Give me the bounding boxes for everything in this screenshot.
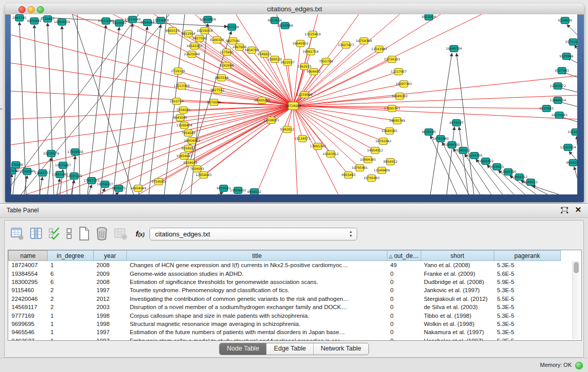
graph-node[interactable]: 9146821 bbox=[257, 51, 272, 58]
cell-title[interactable]: Structural magnetic resonance image aver… bbox=[127, 320, 387, 328]
graph-node[interactable]: 8954032 bbox=[247, 189, 262, 195]
node-table-grid[interactable]: namein_degreeyeartitle△out_de…shortpager… bbox=[8, 250, 561, 341]
graph-node[interactable]: 9329966 bbox=[559, 53, 574, 60]
cell-indeg[interactable]: 1 bbox=[48, 328, 94, 336]
cell-pagerank[interactable]: 5.3E-5 bbox=[494, 328, 560, 336]
cell-pagerank[interactable]: 5.3E-5 bbox=[494, 320, 560, 328]
graph-node[interactable]: 14895749 bbox=[389, 118, 405, 124]
graph-node[interactable]: 12217937 bbox=[390, 69, 407, 75]
graph-node[interactable]: 8215953 bbox=[539, 105, 554, 112]
column-header-short[interactable]: short bbox=[421, 251, 494, 261]
graph-node[interactable]: 11451947 bbox=[52, 171, 68, 178]
graph-node[interactable]: 9154039 bbox=[558, 17, 572, 24]
graph-node[interactable]: 1362615 bbox=[297, 63, 312, 70]
graph-edge-red[interactable] bbox=[11, 35, 293, 106]
graph-node[interactable]: 8660123 bbox=[165, 28, 180, 34]
graph-node[interactable]: 18300295 bbox=[254, 97, 270, 104]
graph-node[interactable]: 12103554 bbox=[560, 144, 576, 151]
graph-edge-black[interactable] bbox=[116, 192, 119, 194]
cell-year[interactable]: 2008 bbox=[94, 278, 127, 286]
graph-node[interactable]: 8427552 bbox=[210, 87, 225, 94]
cell-title[interactable]: Corpus callosum shape and size in male p… bbox=[127, 311, 387, 319]
table-row[interactable]: 2242004622012Investigating the contribut… bbox=[9, 295, 561, 303]
cell-name[interactable]: 19384554 bbox=[9, 269, 48, 277]
graph-node[interactable]: 10210653 bbox=[568, 129, 577, 136]
graph-edge-black[interactable] bbox=[57, 179, 60, 194]
graph-node[interactable]: 8813054 bbox=[268, 17, 282, 24]
cell-short[interactable]: Hescheler et al. (1997) bbox=[421, 337, 494, 341]
cell-pagerank[interactable]: 5.6E-5 bbox=[494, 269, 560, 277]
tab-network-table[interactable]: Network Table bbox=[314, 343, 368, 355]
graph-node[interactable]: 11543947 bbox=[371, 46, 387, 53]
cell-pagerank[interactable]: 5.3E-5 bbox=[494, 337, 560, 341]
cell-short[interactable]: Franke et al. (2009) bbox=[421, 269, 494, 277]
graph-edge-black[interactable] bbox=[113, 24, 133, 194]
cell-year[interactable]: 2012 bbox=[94, 295, 127, 303]
table-row[interactable]: 1872400712008Changes of HCN gene express… bbox=[9, 261, 561, 270]
graph-node[interactable]: 9549012 bbox=[524, 179, 538, 186]
table-row[interactable]: 969969511998Structural magnetic resonanc… bbox=[9, 320, 561, 328]
graph-node[interactable]: 10954039 bbox=[54, 19, 70, 26]
cell-indeg[interactable]: 2 bbox=[48, 286, 94, 294]
cell-pagerank[interactable]: 5.9E-5 bbox=[494, 278, 560, 286]
cell-name[interactable]: 9463627 bbox=[9, 337, 48, 341]
cell-indeg[interactable]: 2 bbox=[48, 295, 94, 303]
graph-node[interactable]: 13508021 bbox=[263, 117, 279, 124]
graph-node[interactable]: 9227343 bbox=[555, 68, 569, 74]
graph-node[interactable]: 11094395 bbox=[466, 152, 483, 159]
graph-edge-red[interactable] bbox=[293, 61, 326, 106]
graph-node[interactable]: 9827508 bbox=[192, 35, 207, 42]
graph-node[interactable]: 8822037 bbox=[280, 59, 295, 66]
column-header-year[interactable]: year bbox=[94, 251, 127, 261]
float-panel-icon[interactable] bbox=[560, 207, 569, 214]
cell-short[interactable]: Nakamura et al. (1997) bbox=[421, 328, 494, 336]
cell-year[interactable]: 1997 bbox=[94, 328, 127, 336]
graph-node[interactable]: 1678275 bbox=[112, 185, 126, 192]
graph-node[interactable]: 9827546 bbox=[226, 38, 240, 45]
graph-node[interactable]: 13495743 bbox=[310, 143, 326, 150]
graph-node[interactable]: 13325419 bbox=[304, 31, 321, 38]
column-header-pagerank[interactable]: pagerank bbox=[494, 251, 560, 261]
graph-node[interactable]: 10795491 bbox=[352, 165, 368, 171]
graph-edge-red[interactable] bbox=[11, 106, 293, 119]
graph-node[interactable]: 12505185 bbox=[66, 173, 82, 180]
graph-node[interactable]: 9643045 bbox=[173, 115, 187, 121]
graph-edge-red[interactable] bbox=[293, 76, 577, 106]
graph-node[interactable]: 8679197 bbox=[449, 120, 464, 126]
cell-indeg[interactable]: 6 bbox=[48, 269, 94, 277]
table-row[interactable]: 946362711997Embryonic stem cells: a mode… bbox=[9, 337, 561, 341]
table-scrollbar[interactable] bbox=[572, 261, 580, 339]
cell-out[interactable]: 0 bbox=[387, 278, 421, 286]
graph-edge-red[interactable] bbox=[293, 72, 399, 106]
close-panel-icon[interactable]: ✕ bbox=[575, 205, 581, 214]
graph-node[interactable]: 15751074 bbox=[565, 39, 577, 46]
show-columns-icon[interactable] bbox=[30, 227, 42, 240]
delete-table-icon[interactable] bbox=[96, 227, 108, 240]
graph-node[interactable]: 7954049 bbox=[181, 130, 195, 137]
graph-node[interactable]: 16210643 bbox=[551, 112, 568, 119]
graph-edge-black[interactable] bbox=[21, 14, 169, 194]
graph-edge-black[interactable] bbox=[567, 25, 577, 35]
graph-node[interactable]: 12444154 bbox=[550, 97, 566, 104]
graph-node[interactable]: 9459043 bbox=[216, 185, 231, 192]
graph-node[interactable]: 19734193 bbox=[384, 56, 400, 63]
cell-pagerank[interactable]: 5.3E-5 bbox=[494, 261, 560, 270]
graph-edge-black[interactable] bbox=[72, 14, 134, 194]
table-source-dropdown[interactable]: citations_edges.txt ▲▼ bbox=[149, 228, 357, 240]
graph-node[interactable]: 16791940 bbox=[432, 136, 449, 142]
graph-node[interactable]: 11607427 bbox=[338, 42, 354, 49]
cell-title[interactable]: Investigating the contribution of common… bbox=[127, 295, 387, 303]
table-row[interactable]: 946554611997Estimation of the future num… bbox=[9, 328, 561, 336]
cell-title[interactable]: Genome-wide association studies in ADHD. bbox=[127, 269, 387, 277]
new-table-icon[interactable] bbox=[78, 227, 90, 240]
cell-name[interactable]: 9465546 bbox=[9, 328, 48, 336]
cell-year[interactable]: 1997 bbox=[94, 337, 127, 341]
graph-node[interactable]: 16791942 bbox=[375, 138, 391, 145]
graph-node[interactable]: 7955786 bbox=[319, 58, 333, 65]
graph-edge-red[interactable] bbox=[293, 106, 338, 194]
cell-title[interactable]: Estimation of significance thresholds fo… bbox=[127, 278, 387, 286]
graph-edge-black[interactable] bbox=[577, 136, 577, 145]
graph-node[interactable]: 10894395 bbox=[444, 142, 460, 148]
cell-name[interactable]: 9699695 bbox=[9, 320, 48, 328]
graph-node[interactable]: 18226058 bbox=[197, 28, 213, 34]
